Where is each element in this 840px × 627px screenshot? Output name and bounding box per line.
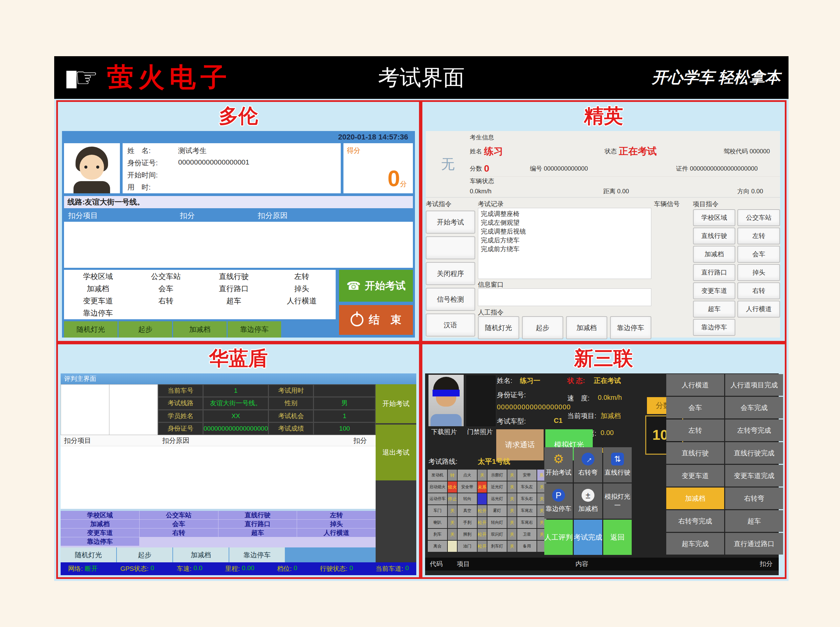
project-button[interactable]: 会车完成 <box>725 397 783 419</box>
command-button[interactable]: 起步 <box>118 321 172 337</box>
exam-command-button[interactable]: 开始考试 <box>426 211 475 233</box>
project-button[interactable]: 直线行驶完成 <box>725 442 783 464</box>
status-value: 正在考试 <box>594 376 621 385</box>
manual-command-button[interactable]: 靠边停车 <box>610 316 651 339</box>
name-label: 姓名 <box>470 147 482 155</box>
project-button[interactable]: 会车 <box>737 246 780 263</box>
exam-record-line: 完成调整座椅 <box>481 210 648 218</box>
table-row: 考试线路 友谊大街一号线。 性别 男 <box>158 397 375 409</box>
manual-command-button[interactable]: 加减档 <box>566 316 607 339</box>
project-button[interactable]: 变更车道 <box>666 465 724 487</box>
project-item: 人行横道 <box>287 296 317 306</box>
project-button[interactable]: 会车 <box>666 397 724 419</box>
project-button[interactable]: 直线行驶 <box>693 227 736 244</box>
distance-value: 0.00 <box>600 429 614 437</box>
score-label: 分数 <box>470 165 482 173</box>
score-label: 得分 <box>347 146 360 155</box>
start-exam-button[interactable]: 开始考试 <box>376 384 416 423</box>
project-button[interactable]: 变更车道 <box>693 282 736 299</box>
command-button[interactable]: 起步 <box>117 547 172 562</box>
end-exam-button[interactable]: 结 束 <box>339 305 413 335</box>
project-button[interactable]: 左转 <box>737 227 780 244</box>
status-value: 0 <box>151 564 155 573</box>
project-button[interactable]: 右转弯完成 <box>666 510 724 532</box>
command-button[interactable]: 靠边停车 <box>229 547 285 562</box>
project-button[interactable]: 人行横道 <box>737 301 780 318</box>
current-project-value: 加减档 <box>600 411 621 421</box>
access-photo-box <box>466 375 496 427</box>
deduction-list <box>64 222 413 268</box>
project-button[interactable]: 加减档 <box>693 246 736 263</box>
command-button[interactable]: 加减档 <box>173 547 229 562</box>
project-button[interactable]: 变更车道完成 <box>725 465 783 487</box>
cell-label: 学员姓名 <box>158 410 202 422</box>
status-value: 正在考试 <box>619 145 657 158</box>
status-value: 0.00 <box>242 564 254 573</box>
deduction-table-header: 扣分项目 扣分 扣分原因 <box>64 210 413 221</box>
score-value: 0 <box>484 163 489 174</box>
command-button[interactable]: 随机灯光 <box>64 321 118 337</box>
project-button[interactable]: 直行通过路口 <box>725 533 783 555</box>
project-button[interactable]: 超车 <box>693 301 736 318</box>
exam-command-button[interactable]: 信号检测 <box>426 288 475 311</box>
sensor-value: 未系 <box>478 481 487 493</box>
command-button[interactable]: 加减档 <box>173 321 227 337</box>
status-value: 0 <box>349 564 353 573</box>
col-deduct-item: 扣分项目 <box>61 436 162 445</box>
exam-record-line: 完成左侧观望 <box>481 218 648 227</box>
project-item: 加减档 <box>87 284 109 294</box>
download-photo-label: 下载照片 <box>431 428 457 436</box>
command-button[interactable]: 靠边停车 <box>227 321 281 337</box>
cell-label: 身份证号 <box>158 423 202 434</box>
exam-command-button[interactable]: 汉语 <box>426 314 475 337</box>
project-button[interactable]: 人行横道 <box>666 374 724 396</box>
project-button[interactable]: 人行道项目完成 <box>725 374 783 396</box>
cell-label: 考试成绩 <box>269 423 313 434</box>
project-button[interactable]: 公交车站 <box>737 209 780 226</box>
project-button[interactable]: 右转弯 <box>725 487 783 509</box>
command-buttons-bar: 随机灯光起步加减档靠边停车 <box>61 547 376 562</box>
project-button[interactable]: 靠边停车 <box>693 319 736 336</box>
exam-command-button[interactable] <box>426 236 475 259</box>
project-button[interactable]: 超车完成 <box>666 533 724 555</box>
request-talk-button[interactable]: 请求通话 <box>496 429 544 460</box>
manual-command-button[interactable]: 起步 <box>522 316 563 339</box>
power-icon <box>351 314 363 326</box>
project-button[interactable]: 学校区域 <box>693 209 736 226</box>
exam-record-line: 完成调整后视镜 <box>481 227 648 236</box>
speed-value: 0.0km/h <box>598 394 622 402</box>
project-item: 公交车站 <box>151 271 181 282</box>
cell-label: 考试机会 <box>269 410 313 422</box>
project-button[interactable]: 左转弯完成 <box>725 419 783 441</box>
exam-number: 编号 0000000000000 <box>530 165 588 173</box>
project-button[interactable]: 超车 <box>725 510 783 532</box>
cell-value: XX <box>204 410 268 422</box>
side-button-column: 开始考试 退出考试 <box>376 384 416 562</box>
sensor-label: 喇叭 <box>428 517 447 528</box>
project-button[interactable]: 掉头 <box>737 264 780 281</box>
exit-exam-button[interactable]: 退出考试 <box>376 425 416 480</box>
manual-command-button[interactable]: 随机灯光 <box>478 316 519 339</box>
project-button[interactable]: 直线行驶 <box>666 442 724 464</box>
start-exam-button[interactable]: ☎ 开始考试 <box>339 270 413 302</box>
access-photo-label: 门禁照片 <box>467 428 493 436</box>
right-turn-button[interactable]: → 右转弯 <box>574 447 602 482</box>
straight-drive-button[interactable]: ⇅ 直线行驶 <box>603 447 632 482</box>
manual-judge-button[interactable]: 人工评判 <box>544 520 573 555</box>
project-button[interactable]: 加减档 <box>666 487 724 509</box>
return-button[interactable]: 返回 <box>603 520 632 555</box>
gear-shift-button[interactable]: ± 加减档 <box>574 484 602 519</box>
sensor-value: 关 <box>507 493 516 504</box>
exam-command-button[interactable]: 关闭程序 <box>426 262 475 285</box>
project-command-header: 项目指令 <box>693 200 736 208</box>
command-button[interactable]: 随机灯光 <box>61 547 116 562</box>
exam-complete-button[interactable]: 考试完成 <box>574 520 602 555</box>
project-button[interactable]: 直行路口 <box>693 264 736 281</box>
project-button[interactable]: 右转 <box>737 282 780 299</box>
start-exam-button[interactable]: ⚙ 开始考试 <box>544 447 573 482</box>
status-item: 里程: 0.00 <box>225 564 254 573</box>
project-button[interactable]: 左转 <box>666 419 724 441</box>
button-label: 直线行驶 <box>605 468 630 477</box>
simulate-light-one-button[interactable]: 模拟灯光一 <box>603 484 632 519</box>
pull-over-button[interactable]: P 靠边停车 <box>544 484 573 519</box>
